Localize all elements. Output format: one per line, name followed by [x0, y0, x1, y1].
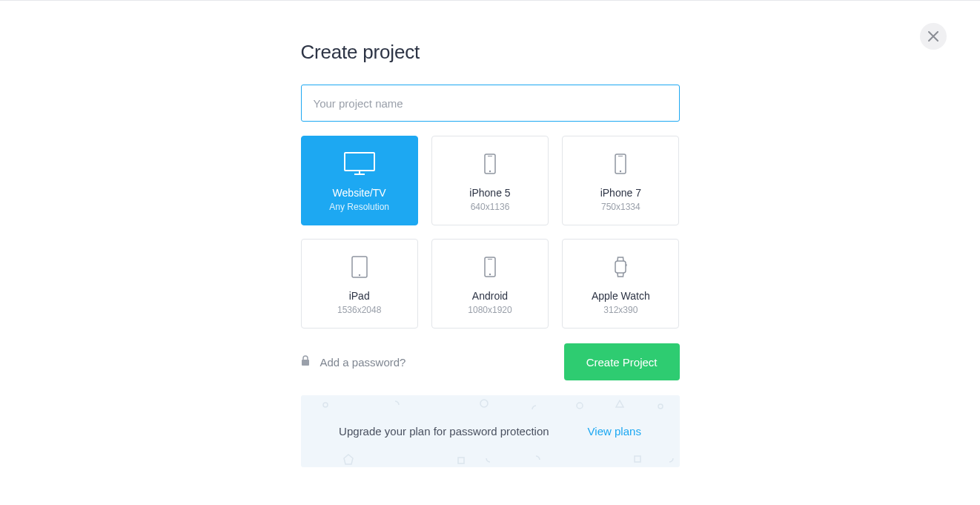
device-label: iPad [349, 290, 370, 302]
device-label: Apple Watch [592, 290, 650, 302]
lock-icon [301, 355, 310, 369]
device-resolution: 312x390 [603, 305, 638, 315]
device-card-ipad[interactable]: iPad 1536x2048 [301, 239, 418, 329]
phone-icon [484, 254, 496, 280]
device-resolution: 1536x2048 [337, 305, 381, 315]
svg-point-21 [658, 404, 663, 409]
svg-point-8 [620, 170, 621, 171]
add-password-link[interactable]: Add a password? [301, 355, 406, 369]
device-resolution: Any Resolution [329, 202, 389, 212]
device-card-website[interactable]: Website/TV Any Resolution [301, 136, 418, 225]
monitor-icon [344, 151, 375, 176]
create-project-button[interactable]: Create Project [564, 343, 680, 380]
svg-point-5 [489, 170, 491, 171]
phone-icon [615, 151, 626, 176]
svg-point-19 [577, 403, 583, 409]
device-card-android[interactable]: Android 1080x1920 [431, 239, 549, 329]
svg-marker-22 [344, 455, 353, 464]
device-label: iPhone 5 [469, 187, 510, 199]
svg-rect-14 [615, 261, 626, 273]
svg-point-10 [358, 274, 360, 275]
footer-row: Add a password? Create Project [301, 343, 680, 380]
phone-icon [484, 151, 496, 176]
svg-point-13 [489, 273, 491, 274]
svg-marker-20 [616, 400, 623, 407]
device-label: Android [472, 290, 508, 302]
watch-icon [613, 254, 628, 280]
svg-rect-23 [458, 458, 464, 463]
device-card-applewatch[interactable]: Apple Watch 312x390 [562, 239, 679, 329]
device-resolution: 640x1136 [471, 202, 510, 212]
device-card-iphone5[interactable]: iPhone 5 640x1136 [431, 136, 549, 225]
tablet-icon [351, 254, 368, 280]
close-button[interactable] [920, 23, 947, 50]
add-password-label: Add a password? [320, 356, 406, 369]
device-card-iphone7[interactable]: iPhone 7 750x1334 [562, 136, 679, 225]
page-title: Create project [301, 41, 680, 64]
svg-point-17 [323, 403, 328, 407]
upgrade-banner: Upgrade your plan for password protectio… [301, 395, 680, 467]
svg-point-18 [480, 400, 488, 407]
create-project-dialog: Create project Website/TV Any Resolution [301, 1, 680, 467]
close-icon [928, 31, 938, 42]
project-name-input[interactable] [301, 85, 680, 122]
svg-rect-24 [635, 456, 640, 462]
device-resolution: 1080x1920 [468, 305, 511, 315]
upgrade-text: Upgrade your plan for password protectio… [339, 425, 549, 438]
svg-rect-16 [302, 360, 309, 366]
device-resolution: 750x1334 [601, 202, 640, 212]
device-type-grid: Website/TV Any Resolution iPhone 5 640x1… [301, 136, 680, 329]
svg-rect-9 [352, 257, 367, 277]
svg-rect-0 [345, 153, 374, 171]
device-label: iPhone 7 [600, 187, 641, 199]
device-label: Website/TV [333, 187, 386, 199]
svg-rect-15 [626, 264, 627, 266]
view-plans-link[interactable]: View plans [588, 425, 641, 438]
